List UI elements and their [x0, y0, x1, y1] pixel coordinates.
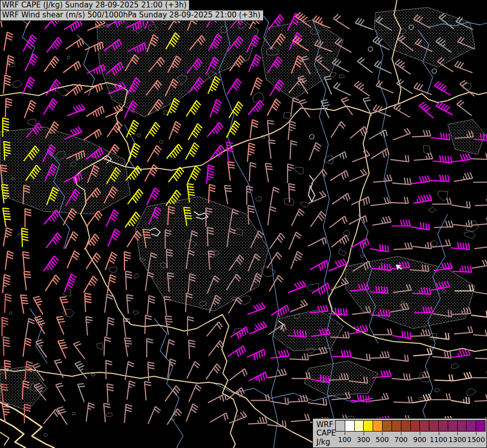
colorbar-tick	[420, 432, 420, 435]
colorbar-cell	[467, 421, 476, 431]
colorbar-cell	[373, 421, 383, 431]
colorbar-cell	[345, 421, 355, 431]
colorbar-tick	[382, 432, 383, 435]
colorbar-tick	[345, 432, 345, 435]
colorbar-tick	[457, 432, 458, 435]
title-windshear: WRF Wind shear (m/s) 500/1000hPa Sunday …	[0, 10, 264, 21]
colorbar-tick-label: 500	[376, 436, 389, 444]
colorbar-cell	[401, 421, 411, 431]
colorbar-cell	[439, 421, 448, 431]
colorbar-cell	[355, 421, 364, 431]
colorbar-cell	[429, 421, 439, 431]
weather-map-app: WRF CAPE (J/kg) Sunday 28-09-2025 21:00 …	[0, 0, 487, 448]
colorbar-cell	[364, 421, 373, 431]
colorbar-cell	[336, 421, 345, 431]
colorbar-tick	[401, 432, 401, 435]
colorbar-cell	[458, 421, 467, 431]
colorbar-tick-label: 1500	[467, 436, 485, 444]
title-cape: WRF CAPE (J/kg) Sunday 28-09-2025 21:00 …	[0, 0, 190, 11]
colorbar-cell	[411, 421, 420, 431]
colorbar-tick-label: 900	[413, 436, 427, 444]
colorbar-cell	[392, 421, 401, 431]
colorbar-tick-label: 300	[357, 436, 370, 444]
colorbar-cell	[420, 421, 429, 431]
colorbar-cell	[383, 421, 392, 431]
colorbar-tick-label: 1300	[449, 436, 467, 444]
colorbar-tick	[476, 432, 477, 435]
colorbar-tick-label: 700	[394, 436, 408, 444]
colorbar-cell	[476, 421, 485, 431]
colorbar-cell	[448, 421, 458, 431]
colorbar-tick-label: 100	[338, 436, 352, 444]
weather-map-canvas[interactable]	[0, 0, 487, 448]
colorbar-tick	[364, 432, 364, 435]
legend-label-cape: CAPE	[316, 430, 336, 437]
colorbar-tick	[439, 432, 439, 435]
cape-legend: WRF CAPE J/kg 10030050070090011001300150…	[312, 418, 487, 448]
cape-colorbar	[335, 420, 486, 432]
legend-label-wrf: WRF	[316, 421, 333, 429]
colorbar-tick-label: 1100	[430, 436, 448, 444]
legend-label-unit: J/kg	[316, 439, 330, 446]
